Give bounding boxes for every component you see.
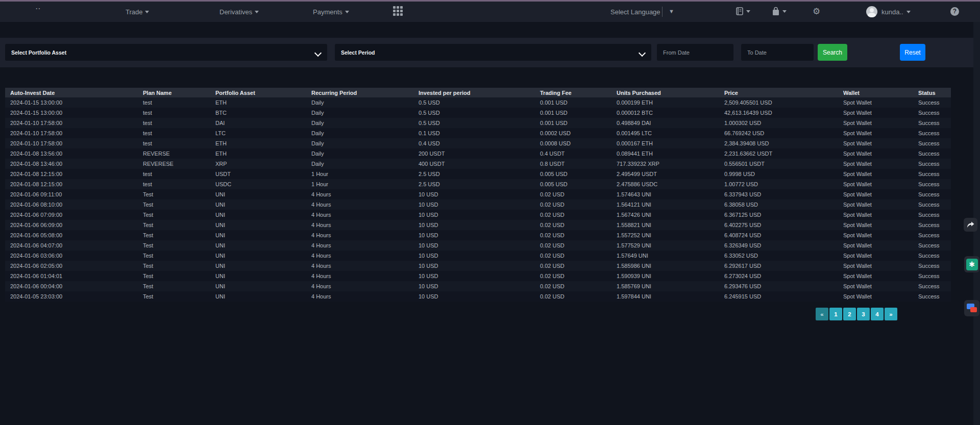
table-cell: UNI (210, 291, 306, 302)
table-cell: 4 Hours (306, 199, 413, 210)
table-cell: 2024-01-05 23:03:00 (5, 291, 138, 302)
table-cell: XRP (210, 159, 306, 169)
period-select[interactable]: Select Period (335, 44, 651, 61)
apps-grid-icon[interactable] (393, 6, 404, 17)
table-row: 2024-01-15 13:00:00testBTCDaily0.5 USD0.… (5, 108, 951, 118)
user-menu[interactable]: kunda.. (881, 2, 911, 22)
table-cell: 0.001495 LTC (611, 128, 719, 138)
table-cell: Spot Wallet (838, 118, 913, 128)
table-cell: Spot Wallet (838, 210, 913, 220)
table-cell: 2024-01-08 12:15:00 (5, 179, 138, 189)
table-cell: Daily (306, 118, 413, 128)
pagination-next-button[interactable]: » (885, 308, 897, 320)
table-cell: 0.005 USD (535, 179, 611, 189)
column-header[interactable]: Wallet (838, 88, 913, 97)
table-row: 2024-01-06 08:10:00TestUNI4 Hours10 USD0… (5, 199, 951, 210)
table-row: 2024-01-06 06:09:00TestUNI4 Hours10 USD0… (5, 220, 951, 230)
search-button[interactable]: Search (818, 44, 847, 61)
from-date-input[interactable] (657, 44, 733, 61)
table-cell: 0.02 USD (535, 261, 611, 271)
help-icon[interactable]: ? (950, 7, 959, 16)
table-cell: 2024-01-15 13:00:00 (5, 97, 138, 108)
table-cell: 2.495499 USDT (611, 169, 719, 179)
table-cell: 2024-01-06 09:11:00 (5, 189, 138, 199)
table-cell: 0.001 USD (535, 97, 611, 108)
table-cell: Test (138, 240, 210, 251)
table-cell: 0.02 USD (535, 240, 611, 251)
nav-item-label: Payments (313, 8, 342, 16)
table-cell: 2,384.39408 USD (719, 138, 838, 148)
table-cell: test (138, 97, 210, 108)
to-date-input[interactable] (741, 44, 814, 61)
share-arrow-icon[interactable] (964, 218, 977, 232)
portfolio-asset-select[interactable]: Select Portfolio Asset (5, 44, 327, 61)
table-row: 2024-01-08 13:56:00REVERSEETHDaily200 US… (5, 148, 951, 159)
table-cell: Success (913, 148, 951, 159)
table-row: 2024-01-10 17:58:00testLTCDaily0.1 USD0.… (5, 128, 951, 138)
nav-item-label: Trade (126, 8, 142, 16)
column-header[interactable]: Units Purchased (611, 88, 719, 97)
user-avatar[interactable] (866, 6, 877, 17)
table-cell: 2024-01-06 07:09:00 (5, 210, 138, 220)
table-cell: UNI (210, 240, 306, 251)
table-cell: 0.8 USDT (535, 159, 611, 169)
table-cell: Success (913, 108, 951, 118)
table-cell: 1.57649 UNI (611, 251, 719, 261)
table-cell: 1.567426 UNI (611, 210, 719, 220)
column-header[interactable]: Trading Fee (535, 88, 611, 97)
table-cell: 0.4 USD (413, 138, 535, 148)
chevron-down-icon (906, 11, 911, 13)
wallet-bag-icon[interactable] (772, 7, 780, 16)
table-cell: Test (138, 230, 210, 240)
table-cell: 1.577529 UNI (611, 240, 719, 251)
table-cell: Spot Wallet (838, 291, 913, 302)
table-cell: Spot Wallet (838, 97, 913, 108)
column-header[interactable]: Status (913, 88, 951, 97)
nav-item-payments[interactable]: Payments (313, 2, 349, 22)
table-cell: Test (138, 251, 210, 261)
pagination-prev-button[interactable]: « (816, 308, 828, 320)
table-cell: 10 USD (413, 189, 535, 199)
chat-bubble-red (970, 307, 977, 312)
column-header[interactable]: Portfolio Asset (210, 88, 306, 97)
table-cell: USDT (210, 169, 306, 179)
pagination-page-1[interactable]: 1 (829, 308, 842, 320)
table-cell: 1.557252 UNI (611, 230, 719, 240)
table-cell: Spot Wallet (838, 281, 913, 291)
column-header[interactable]: Price (719, 88, 838, 97)
table-cell: 2024-01-08 13:56:00 (5, 148, 138, 159)
reset-button[interactable]: Reset (900, 44, 925, 61)
nav-item-trade[interactable]: Trade (126, 2, 149, 22)
column-header[interactable]: Plan Name (138, 88, 210, 97)
table-cell: BTC (210, 108, 306, 118)
table-cell: 1.574643 UNI (611, 189, 719, 199)
ai-assistant-icon[interactable]: ✱ (964, 256, 979, 272)
table-cell: 400 USDT (413, 159, 535, 169)
table-row: 2024-01-06 04:07:00TestUNI4 Hours10 USD0… (5, 240, 951, 251)
language-caret-icon[interactable]: ▼ (669, 8, 674, 14)
orders-book-icon[interactable] (735, 7, 744, 16)
table-cell: 1.597844 UNI (611, 291, 719, 302)
table-cell: 0.5 USD (413, 97, 535, 108)
table-cell: 42,613.16439 USD (719, 108, 838, 118)
table-cell: Success (913, 138, 951, 148)
table-cell: Spot Wallet (838, 251, 913, 261)
table-cell: 2024-01-06 00:04:00 (5, 281, 138, 291)
nav-item-derivatives[interactable]: Derivatives (219, 2, 259, 22)
table-row: 2024-01-05 23:03:00TestUNI4 Hours10 USD0… (5, 291, 951, 302)
pagination-page-3[interactable]: 3 (857, 308, 870, 320)
column-header[interactable]: Auto-Invest Date (5, 88, 138, 97)
pagination-page-2[interactable]: 2 (843, 308, 856, 320)
table-cell: Spot Wallet (838, 159, 913, 169)
table-cell: Daily (306, 97, 413, 108)
table-cell: Daily (306, 148, 413, 159)
pagination-page-4[interactable]: 4 (871, 308, 884, 320)
table-cell: 2024-01-06 03:06:00 (5, 251, 138, 261)
column-header[interactable]: Recurring Period (306, 88, 413, 97)
chat-bubbles-icon[interactable] (964, 300, 979, 316)
language-selector[interactable]: Select Language (610, 2, 660, 22)
table-cell: 4 Hours (306, 189, 413, 199)
settings-gear-icon[interactable]: ⚙ (813, 7, 820, 17)
table-cell: 2024-01-06 02:05:00 (5, 261, 138, 271)
column-header[interactable]: Invested per period (413, 88, 535, 97)
